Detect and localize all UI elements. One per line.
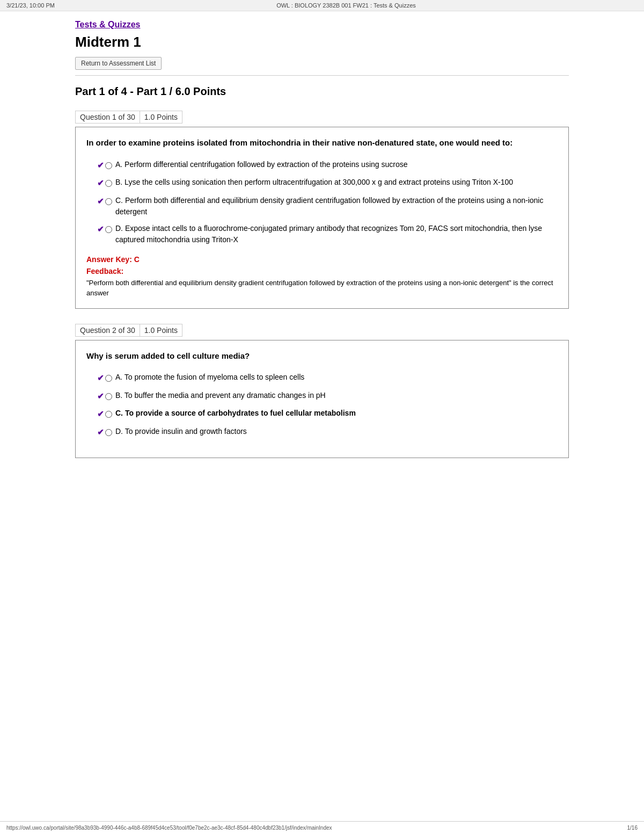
- check-icon-d: ✔: [97, 223, 104, 236]
- browser-timestamp: 3/21/23, 10:00 PM: [6, 2, 55, 9]
- return-to-assessment-button[interactable]: Return to Assessment List: [75, 57, 162, 70]
- questions-container: Question 1 of 30 1.0 Points In order to …: [75, 111, 569, 458]
- option-b-text: B. Lyse the cells using sonication then …: [115, 177, 558, 188]
- radio-c[interactable]: [105, 198, 112, 205]
- question-1-label: Question 1 of 30: [75, 111, 140, 124]
- q2-radio-a[interactable]: [105, 375, 112, 382]
- question-2-block: Question 2 of 30 1.0 Points Why is serum…: [75, 324, 569, 459]
- q2-check-icon-c: ✔: [97, 408, 104, 420]
- question-1-points: 1.0 Points: [140, 111, 182, 124]
- q2-option-c-text: C. To provide a source of carbohydrates …: [115, 408, 558, 419]
- question-2-box: Why is serum added to cell culture media…: [75, 340, 569, 459]
- answer-key-label: Answer Key:: [86, 255, 132, 264]
- part-heading: Part 1 of 4 - Part 1 / 6.0 Points: [75, 85, 569, 98]
- q2-check-icon-a: ✔: [97, 372, 104, 385]
- option-c-icons: ✔: [97, 195, 112, 208]
- q2-option-d-text: D. To provide insulin and growth factors: [115, 426, 558, 437]
- question-2-label: Question 2 of 30: [75, 324, 140, 337]
- breadcrumb-link[interactable]: Tests & Quizzes: [75, 20, 141, 29]
- option-d-icons: ✔: [97, 223, 112, 236]
- option-b-icons: ✔: [97, 177, 112, 190]
- question-1-option-c: ✔ C. Perform both differential and equil…: [97, 195, 558, 217]
- q2-option-b-icons: ✔: [97, 390, 112, 403]
- question-1-options: ✔ A. Perform differential centrifugation…: [86, 159, 558, 245]
- radio-a[interactable]: [105, 162, 112, 169]
- q2-option-a-text: A. To promote the fusion of myeloma cell…: [115, 372, 558, 383]
- question-2-option-d: ✔ D. To provide insulin and growth facto…: [97, 426, 558, 439]
- question-2-header: Question 2 of 30 1.0 Points: [75, 324, 569, 337]
- question-1-option-d: ✔ D. Expose intact cells to a fluorochro…: [97, 223, 558, 245]
- question-2-options: ✔ A. To promote the fusion of myeloma ce…: [86, 372, 558, 438]
- q2-option-c-icons: ✔: [97, 408, 112, 420]
- option-a-icons: ✔: [97, 159, 112, 172]
- question-1-option-b: ✔ B. Lyse the cells using sonication the…: [97, 177, 558, 190]
- feedback-label: Feedback:: [86, 267, 558, 275]
- answer-key-value: C: [134, 255, 140, 264]
- browser-tab-title: OWL : BIOLOGY 2382B 001 FW21 : Tests & Q…: [276, 2, 416, 9]
- option-d-text: D. Expose intact cells to a fluorochrome…: [115, 223, 558, 245]
- q2-check-icon-b: ✔: [97, 390, 104, 403]
- q2-option-a-icons: ✔: [97, 372, 112, 385]
- question-2-option-b: ✔ B. To buffer the media and prevent any…: [97, 390, 558, 403]
- q2-radio-d[interactable]: [105, 429, 112, 436]
- page-title: Midterm 1: [75, 34, 569, 50]
- question-1-option-a: ✔ A. Perform differential centrifugation…: [97, 159, 558, 172]
- feedback-text: "Perform both differential and equilibri…: [86, 278, 558, 299]
- radio-d[interactable]: [105, 226, 112, 233]
- q2-option-d-icons: ✔: [97, 426, 112, 439]
- q2-check-icon-d: ✔: [97, 426, 104, 439]
- question-1-header: Question 1 of 30 1.0 Points: [75, 111, 569, 124]
- divider: [75, 75, 569, 76]
- page-container: Tests & Quizzes Midterm 1 Return to Asse…: [64, 11, 580, 495]
- answer-key-section-1: Answer Key: C Feedback: "Perform both di…: [86, 255, 558, 299]
- question-2-option-c: ✔ C. To provide a source of carbohydrate…: [97, 408, 558, 420]
- q2-option-b-text: B. To buffer the media and prevent any d…: [115, 390, 558, 401]
- check-icon-a: ✔: [97, 159, 104, 172]
- return-btn-container: Return to Assessment List: [75, 57, 569, 70]
- q2-radio-b[interactable]: [105, 393, 112, 400]
- question-1-block: Question 1 of 30 1.0 Points In order to …: [75, 111, 569, 309]
- breadcrumb: Tests & Quizzes: [75, 20, 569, 30]
- question-1-box: In order to examine proteins isolated fr…: [75, 127, 569, 309]
- option-c-text: C. Perform both differential and equilib…: [115, 195, 558, 217]
- question-1-text: In order to examine proteins isolated fr…: [86, 137, 558, 149]
- answer-key-row: Answer Key: C: [86, 255, 558, 264]
- radio-b[interactable]: [105, 180, 112, 187]
- check-icon-b: ✔: [97, 177, 104, 190]
- question-2-points: 1.0 Points: [140, 324, 182, 337]
- check-icon-c: ✔: [97, 195, 104, 208]
- question-2-option-a: ✔ A. To promote the fusion of myeloma ce…: [97, 372, 558, 385]
- q2-radio-c[interactable]: [105, 411, 112, 418]
- option-a-text: A. Perform differential centrifugation f…: [115, 159, 558, 170]
- browser-bar: 3/21/23, 10:00 PM OWL : BIOLOGY 2382B 00…: [0, 0, 644, 11]
- question-2-text: Why is serum added to cell culture media…: [86, 350, 558, 362]
